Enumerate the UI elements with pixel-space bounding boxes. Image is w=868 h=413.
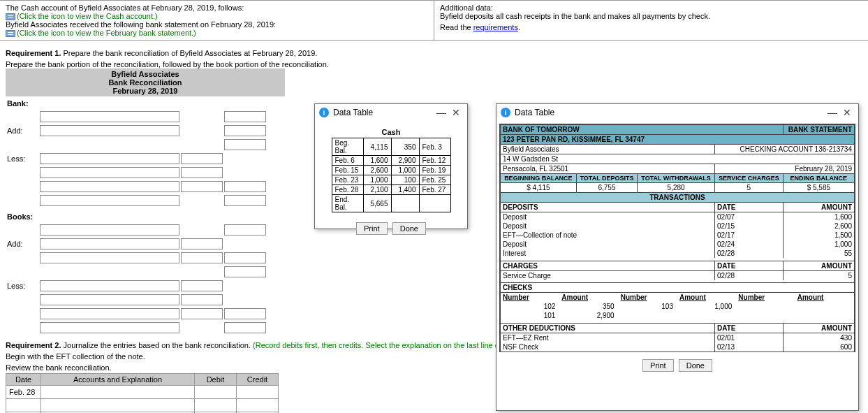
bank-less-amt-1a[interactable] — [181, 153, 223, 164]
done-button[interactable]: Done — [679, 359, 712, 372]
req1-text: Prepare the bank reconciliation of Byfie… — [61, 49, 317, 57]
bank-less-desc-3[interactable] — [40, 181, 179, 192]
books-less-amt-1a[interactable] — [181, 280, 223, 291]
books-adj-amt[interactable] — [224, 322, 266, 333]
books-amt-input[interactable] — [224, 224, 266, 236]
je-debit-header: Debit — [195, 374, 237, 386]
bank-statement-label: BANK STATEMENT — [783, 125, 854, 135]
print-button[interactable]: Print — [642, 359, 674, 372]
close-icon[interactable]: ✕ — [449, 107, 463, 118]
je-acct-input-1[interactable] — [44, 387, 191, 397]
intro-line-1: The Cash account of Byfield Associates a… — [6, 3, 428, 12]
bank-less-desc-1[interactable] — [40, 153, 179, 164]
books-add-total[interactable] — [224, 252, 266, 263]
bank-section: Bank: Add: Less: — [6, 96, 267, 208]
je-credit-header: Credit — [237, 374, 279, 386]
statement-table: BANK OF TOMORROWBANK STATEMENT 123 PETER… — [500, 124, 855, 352]
minimize-icon[interactable]: — — [825, 107, 840, 118]
bank-subtotal[interactable] — [224, 139, 266, 150]
minimize-icon[interactable]: — — [434, 107, 449, 118]
main-content: Requirement 1. Prepare the bank reconcil… — [0, 41, 868, 413]
je-debit-input-2[interactable] — [198, 400, 233, 410]
books-label: Books: — [7, 212, 33, 221]
cash-t-account: Cash Beg. Bal.4,115350Feb. 3 Feb. 61,600… — [332, 126, 451, 212]
books-add-desc-2[interactable] — [40, 252, 179, 263]
bank-address: 123 PETER PAN RD, KISSIMMEE, FL 34747 — [501, 135, 855, 145]
je-credit-input-2[interactable] — [240, 400, 275, 410]
done-button[interactable]: Done — [392, 222, 426, 235]
bank-less-desc-2[interactable] — [40, 167, 179, 178]
bank-amt-input[interactable] — [224, 111, 266, 122]
info-icon: i — [501, 108, 510, 117]
books-less-desc-2[interactable] — [40, 294, 179, 305]
customer-addr-1: 14 W Gadsden St — [501, 154, 855, 164]
bank-less-total[interactable] — [224, 181, 266, 192]
bank-adj-desc[interactable] — [40, 195, 179, 206]
req1-heading: Requirement 1. — [6, 49, 61, 57]
books-less-desc-3[interactable] — [40, 308, 179, 319]
je-date-header: Date — [6, 374, 41, 386]
bank-desc-input[interactable] — [40, 111, 179, 122]
books-section: Books: Add: Less: — [6, 210, 267, 335]
bank-add-desc[interactable] — [40, 125, 179, 136]
je-acct-header: Accounts and Explanation — [41, 374, 195, 386]
bank-adj-amt[interactable] — [224, 195, 266, 206]
cash-data-popup: i Data Table — ✕ Cash Beg. Bal.4,115350F… — [314, 103, 468, 229]
je-acct-input-2[interactable] — [44, 400, 191, 410]
data-table-icon[interactable] — [6, 30, 15, 37]
customer-name: Byfield Associates — [501, 145, 715, 154]
statement-date: February 28, 2019 — [715, 164, 855, 174]
bank-add-amt[interactable] — [224, 125, 266, 136]
books-adj-desc[interactable] — [40, 322, 179, 333]
req2-text: Journalize the entries based on the bank… — [61, 341, 253, 349]
less-label-2: Less: — [7, 280, 38, 292]
bank-name: BANK OF TOMORROW — [501, 125, 784, 135]
cash-account-link[interactable]: (Click the icon to view the Cash account… — [17, 12, 158, 20]
top-right: Additional data: Byfield deposits all ca… — [434, 1, 868, 40]
books-add-desc-1[interactable] — [40, 238, 179, 249]
additional-data-text: Byfield deposits all cash receipts in th… — [440, 12, 862, 20]
popup-cash-title: Data Table — [333, 108, 434, 117]
recon-company: Byfield Associates — [111, 70, 179, 78]
books-less-desc-1[interactable] — [40, 280, 179, 291]
bank-statement-popup: i Data Table — ✕ BANK OF TOMORROWBANK ST… — [496, 103, 859, 411]
top-section: The Cash account of Byfield Associates a… — [0, 0, 868, 41]
cash-header: Cash — [332, 126, 450, 138]
popup-stmt-title: Data Table — [515, 108, 825, 117]
je-debit-input-1[interactable] — [198, 387, 233, 397]
statement-box: BANK OF TOMORROWBANK STATEMENT 123 PETER… — [499, 124, 855, 352]
req2-heading: Requirement 2. — [6, 341, 61, 349]
books-add-amt-2a[interactable] — [181, 252, 223, 263]
requirements-link[interactable]: requirements — [473, 23, 518, 31]
je-date-cell: Feb. 28 — [6, 386, 41, 399]
top-left: The Cash account of Byfield Associates a… — [0, 1, 434, 40]
books-less-total[interactable] — [224, 308, 266, 319]
less-label-1: Less: — [7, 152, 38, 165]
additional-data-label: Additional data: — [440, 3, 862, 12]
recon-title: Bank Reconciliation — [108, 78, 182, 87]
req1-subtext: Prepare the bank portion of the reconcil… — [6, 60, 862, 68]
books-less-amt-2a[interactable] — [181, 294, 223, 305]
journal-entry-table: Date Accounts and Explanation Debit Cred… — [6, 373, 279, 413]
account-number: CHECKING ACCOUNT 136-213734 — [715, 145, 855, 154]
add-label-2: Add: — [7, 238, 38, 250]
books-desc-input[interactable] — [40, 224, 179, 236]
recon-date: February 28, 2019 — [113, 87, 178, 95]
close-icon[interactable]: ✕ — [840, 107, 854, 118]
bank-label: Bank: — [7, 99, 29, 108]
je-credit-input-1[interactable] — [240, 387, 275, 397]
add-label-1: Add: — [7, 124, 38, 137]
bank-statement-link[interactable]: (Click the icon to view the February ban… — [17, 29, 196, 37]
print-button[interactable]: Print — [356, 222, 388, 235]
transactions-header: TRANSACTIONS — [501, 193, 855, 203]
books-subtotal[interactable] — [224, 266, 266, 277]
bank-less-amt-2a[interactable] — [181, 167, 223, 178]
intro-line-2: Byfield Associates received the followin… — [6, 20, 428, 29]
recon-header: Byfield Associates Bank Reconciliation F… — [6, 68, 285, 96]
read-the-label: Read the — [440, 23, 473, 31]
bank-less-amt-3a[interactable] — [181, 181, 223, 192]
info-icon: i — [319, 108, 329, 117]
data-table-icon[interactable] — [6, 13, 15, 20]
books-less-amt-3a[interactable] — [181, 308, 223, 319]
books-add-amt-1a[interactable] — [181, 238, 223, 249]
